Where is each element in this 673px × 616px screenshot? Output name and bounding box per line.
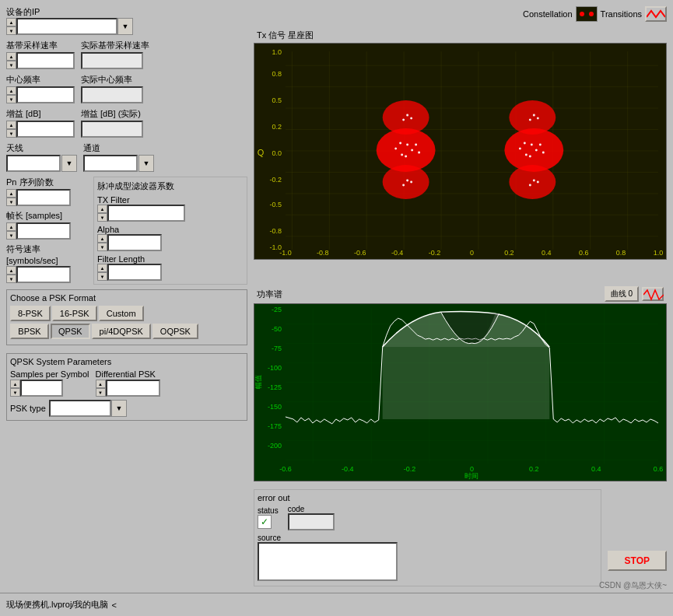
device-ip-label: 设备的IP [6, 6, 247, 18]
alpha-down[interactable]: ▼ [97, 243, 107, 251]
device-ip-section: 设备的IP ▲ ▼ 192.168.10.2 ▼ [6, 6, 247, 35]
svg-point-39 [401, 153, 403, 156]
pn-order-down[interactable]: ▼ [6, 198, 16, 206]
svg-text:-0.5: -0.5 [269, 201, 281, 208]
gain-up[interactable]: ▲ [6, 121, 16, 129]
gain-input[interactable]: 0 [16, 121, 75, 138]
sample-rate-down[interactable]: ▼ [6, 61, 16, 69]
diff-psk-input[interactable]: enable [106, 380, 160, 397]
diff-psk-down[interactable]: ▼ [96, 388, 106, 397]
sample-rate-up[interactable]: ▲ [6, 52, 16, 61]
frame-up[interactable]: ▲ [6, 222, 16, 231]
pn-order-up[interactable]: ▲ [6, 189, 16, 198]
psk-type-row: PSK type offset ▼ [10, 400, 244, 417]
psk-type-label: PSK type [10, 404, 46, 413]
actual-sample-rate-input[interactable]: 1M [81, 52, 143, 69]
sample-rate-input[interactable]: 1M [16, 52, 75, 69]
psk-type-input[interactable]: offset [49, 400, 111, 417]
symbol-rate-up[interactable]: ▲ [6, 266, 16, 275]
source-textarea[interactable] [258, 542, 398, 581]
alpha-up[interactable]: ▲ [97, 234, 107, 243]
center-freq-up[interactable]: ▲ [6, 86, 16, 95]
gain-down[interactable]: ▼ [6, 129, 16, 138]
svg-text:-125: -125 [268, 383, 282, 391]
constellation-label: Constellation [523, 9, 573, 19]
btn-16psk[interactable]: 16-PSK [52, 306, 97, 321]
tx-filter-down[interactable]: ▼ [97, 213, 107, 222]
actual-center-freq-input[interactable]: 2.2G [81, 86, 143, 103]
sps-down[interactable]: ▼ [10, 388, 20, 397]
gain-row: 增益 [dB] ▲ ▼ 0 增益 [dB] (实际) 0 [6, 108, 247, 138]
svg-point-44 [394, 148, 397, 150]
center-freq-down[interactable]: ▼ [6, 95, 16, 103]
pn-order-input[interactable]: 13 [16, 189, 71, 206]
svg-point-35 [524, 142, 526, 145]
diff-psk-up[interactable]: ▲ [96, 380, 106, 388]
svg-text:0: 0 [470, 249, 474, 257]
svg-text:-0.2: -0.2 [429, 249, 440, 257]
antenna-dropdown[interactable]: ▼ [61, 155, 77, 172]
qpsk-params-row: Samples per Symbol ▲ ▼ 8 Differential PS… [10, 369, 244, 397]
code-input[interactable]: 0 [288, 513, 335, 530]
tx-filter-input[interactable]: Root Raised Cos [107, 205, 185, 222]
symbol-rate-input[interactable]: 125k [16, 266, 71, 283]
ip-spin-up[interactable]: ▲ [6, 18, 16, 26]
svg-point-37 [406, 144, 408, 146]
symbol-rate-down[interactable]: ▼ [6, 275, 16, 283]
power-svg: -25 -50 -75 -100 -125 -150 -175 -200 -0.… [254, 304, 666, 479]
center-freq-input[interactable]: 2.2G [16, 86, 75, 103]
svg-text:1.0: 1.0 [654, 249, 663, 257]
btn-pi4dqpsk[interactable]: pi/4DQPSK [92, 324, 151, 339]
svg-point-56 [402, 119, 405, 121]
svg-text:幅值: 幅值 [254, 375, 262, 389]
svg-point-54 [537, 180, 539, 183]
ip-dropdown-btn[interactable]: ▼ [117, 18, 133, 35]
svg-point-36 [519, 148, 521, 150]
antenna-channel-row: 天线 TX1 ▼ 通道 0 ▼ [6, 142, 247, 172]
frame-input[interactable]: 65528 [16, 222, 71, 240]
stop-button[interactable]: STOP [608, 551, 667, 571]
pn-order-label: Pn 序列阶数 [6, 177, 84, 188]
ip-spin-down[interactable]: ▼ [6, 26, 16, 35]
bottom-arrow: < [111, 600, 116, 610]
transitions-btn[interactable] [645, 6, 667, 22]
svg-point-49 [533, 114, 535, 117]
filter-section: 脉冲成型滤波器系数 TX Filter ▲ ▼ Root Raised Cos … [93, 177, 247, 285]
svg-point-30 [535, 149, 538, 152]
svg-point-60 [410, 180, 412, 183]
antenna-input[interactable]: TX1 [6, 155, 61, 172]
frame-down[interactable]: ▼ [6, 231, 16, 240]
svg-text:-175: -175 [268, 422, 282, 430]
svg-text:-0.8: -0.8 [317, 249, 328, 257]
channel-input[interactable]: 0 [83, 155, 138, 172]
svg-text:Q: Q [258, 148, 265, 157]
svg-text:-0.8: -0.8 [269, 227, 281, 235]
filter-length-up[interactable]: ▲ [97, 264, 107, 272]
symbol-rate-unit: [symbols/sec] [6, 256, 84, 265]
actual-gain-input[interactable]: 0 [81, 121, 143, 138]
alpha-input[interactable]: 0.50 [107, 234, 162, 251]
filter-length-input[interactable]: 6 [107, 264, 162, 281]
svg-point-52 [533, 179, 535, 181]
psk-type-dropdown[interactable]: ▼ [111, 400, 127, 417]
tx-filter-up[interactable]: ▲ [97, 205, 107, 213]
curve-wave-btn[interactable] [642, 287, 664, 301]
curve-btn[interactable]: 曲线 0 [605, 286, 639, 302]
device-ip-input[interactable]: 192.168.10.2 [16, 18, 117, 35]
channel-dropdown[interactable]: ▼ [138, 155, 154, 172]
samples-per-symbol-label: Samples per Symbol [10, 369, 89, 379]
btn-qpsk[interactable]: QPSK [51, 324, 90, 339]
btn-8psk[interactable]: 8-PSK [10, 306, 51, 321]
qpsk-params-title: QPSK System Parameters [10, 357, 244, 366]
bottom-path: 现场便携机.lvproj/我的电脑 [6, 599, 108, 611]
btn-custom[interactable]: Custom [99, 306, 144, 321]
qpsk-params-section: QPSK System Parameters Samples per Symbo… [6, 353, 247, 421]
sps-input[interactable]: 8 [20, 380, 63, 397]
sps-up[interactable]: ▲ [10, 380, 20, 388]
svg-text:0.6: 0.6 [579, 249, 588, 257]
psk-buttons-row2: BPSK QPSK pi/4DQPSK OQPSK [10, 324, 244, 339]
btn-bpsk[interactable]: BPSK [10, 324, 49, 339]
actual-center-freq-label: 实际中心频率 [81, 74, 143, 86]
filter-length-down[interactable]: ▼ [97, 272, 107, 281]
btn-oqpsk[interactable]: OQPSK [152, 324, 198, 339]
